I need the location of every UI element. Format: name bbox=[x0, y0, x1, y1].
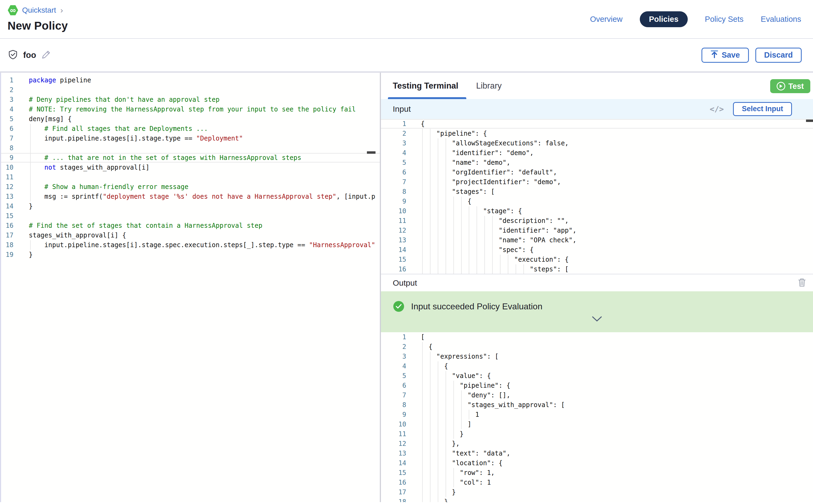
code-line[interactable]: 5 "value": { bbox=[381, 371, 813, 381]
code-line[interactable]: 7 "projectIdentifier": "demo", bbox=[381, 177, 813, 187]
code-line[interactable]: 3 "expressions": [ bbox=[381, 352, 813, 361]
nav-tab-policies[interactable]: Policies bbox=[640, 11, 688, 27]
line-number: 6 bbox=[1, 124, 13, 134]
indent-guide bbox=[461, 197, 462, 206]
code-line[interactable]: 18 input.pipeline.stages[i].stage.spec.e… bbox=[1, 240, 380, 250]
code-line[interactable]: 9 1 bbox=[381, 410, 813, 419]
breadcrumb: ∞ Quickstart › bbox=[8, 5, 68, 16]
input-editor[interactable]: 1{2 "pipeline": {3 "allowStageExecutions… bbox=[381, 119, 813, 274]
code-line[interactable]: 1{ bbox=[381, 119, 813, 129]
nav-tab-evaluations[interactable]: Evaluations bbox=[761, 15, 801, 24]
policy-code-editor[interactable]: 1package pipeline23# Deny pipelines that… bbox=[0, 73, 380, 502]
code-line[interactable]: 1[ bbox=[381, 332, 813, 342]
indent-guide bbox=[454, 264, 454, 274]
output-section-header: Output bbox=[381, 274, 813, 292]
line-number: 3 bbox=[381, 352, 406, 361]
indent-guide bbox=[454, 226, 454, 235]
code-line[interactable]: 9 # ... that are not in the set of stage… bbox=[1, 153, 380, 163]
code-line[interactable]: 15 "execution": { bbox=[381, 255, 813, 264]
code-line[interactable]: 11 } bbox=[381, 429, 813, 439]
code-line-text: "stages_with_approval": [ bbox=[421, 400, 565, 410]
indent-guide bbox=[438, 381, 438, 390]
code-line-text: "deny": [], bbox=[421, 390, 510, 400]
indent-guide bbox=[422, 264, 423, 274]
code-line[interactable]: 15 "row": 1, bbox=[381, 468, 813, 478]
code-line[interactable]: 4 "identifier": "demo", bbox=[381, 148, 813, 158]
code-line[interactable]: 2 { bbox=[381, 342, 813, 352]
line-number: 7 bbox=[381, 177, 406, 187]
code-line[interactable]: 14 "spec": { bbox=[381, 245, 813, 255]
indent-guide bbox=[430, 381, 431, 390]
indent-guide bbox=[422, 197, 423, 206]
code-line[interactable]: 17 } bbox=[381, 487, 813, 497]
code-line[interactable]: 14} bbox=[1, 201, 380, 211]
code-line[interactable]: 3 "allowStageExecutions": false, bbox=[381, 138, 813, 148]
trash-icon[interactable] bbox=[798, 278, 806, 288]
code-line[interactable]: 16 "col": 1 bbox=[381, 478, 813, 487]
nav-tab-overview[interactable]: Overview bbox=[590, 15, 623, 24]
code-line[interactable]: 15 bbox=[1, 211, 380, 221]
code-line[interactable]: 2 "pipeline": { bbox=[381, 129, 813, 138]
code-line[interactable]: 8 "stages": [ bbox=[381, 187, 813, 197]
code-line[interactable]: 6 "orgIdentifier": "default", bbox=[381, 167, 813, 177]
code-line[interactable]: 12 # Show a human-friendly error message bbox=[1, 182, 380, 192]
tab-library[interactable]: Library bbox=[476, 73, 502, 99]
code-line[interactable]: 12 }, bbox=[381, 439, 813, 449]
breadcrumb-project-link[interactable]: Quickstart bbox=[22, 6, 56, 15]
code-line[interactable]: 6 # Find all stages that are Deployments… bbox=[1, 124, 380, 134]
code-line[interactable]: 19} bbox=[1, 250, 380, 260]
code-line[interactable]: 16 "steps": [ bbox=[381, 264, 813, 274]
code-line[interactable]: 13 "text": "data", bbox=[381, 449, 813, 458]
code-line[interactable]: 5 "name": "demo", bbox=[381, 158, 813, 167]
indent-guide bbox=[430, 206, 431, 216]
indent-guide bbox=[446, 487, 446, 497]
code-line[interactable]: 10 not stages_with_approval[i] bbox=[1, 163, 380, 172]
output-editor[interactable]: 1[2 {3 "expressions": [4 {5 "value": {6 … bbox=[381, 332, 813, 502]
indent-guide bbox=[500, 264, 501, 274]
code-line[interactable]: 14 "location": { bbox=[381, 458, 813, 468]
code-line[interactable]: 13 msg := sprintf("deployment stage '%s'… bbox=[1, 192, 380, 201]
indent-guide bbox=[438, 148, 438, 158]
code-line[interactable]: 4# NOTE: Try removing the HarnessApprova… bbox=[1, 104, 380, 114]
code-line[interactable]: 6 "pipeline": { bbox=[381, 381, 813, 390]
code-line[interactable]: 7 input.pipeline.stages[i].stage.type ==… bbox=[1, 134, 380, 143]
discard-button[interactable]: Discard bbox=[755, 48, 802, 63]
code-line[interactable]: 3# Deny pipelines that don't have an app… bbox=[1, 95, 380, 104]
tab-testing-terminal[interactable]: Testing Terminal bbox=[393, 73, 458, 99]
code-line[interactable]: 16# Find the set of stages that contain … bbox=[1, 221, 380, 230]
code-line[interactable]: 11 bbox=[1, 172, 380, 182]
code-line[interactable]: 10 ] bbox=[381, 419, 813, 429]
code-line[interactable]: 10 "stage": { bbox=[381, 206, 813, 216]
code-line[interactable]: 4 { bbox=[381, 361, 813, 371]
code-line[interactable]: 18 } bbox=[381, 497, 813, 502]
chevron-down-icon[interactable] bbox=[592, 316, 602, 323]
test-button[interactable]: Test bbox=[770, 79, 810, 93]
line-number: 7 bbox=[381, 390, 406, 400]
code-line[interactable]: 17stages_with_approval[i] { bbox=[1, 230, 380, 240]
indent-guide bbox=[469, 226, 469, 235]
line-number: 1 bbox=[381, 119, 406, 129]
code-line[interactable]: 9 { bbox=[381, 197, 813, 206]
code-line[interactable]: 11 "description": "", bbox=[381, 216, 813, 226]
code-icon[interactable]: </> bbox=[710, 104, 724, 114]
code-line[interactable]: 7 "deny": [], bbox=[381, 390, 813, 400]
code-line[interactable]: 5deny[msg] { bbox=[1, 114, 380, 124]
line-number: 8 bbox=[1, 143, 13, 153]
code-line[interactable]: 8 bbox=[1, 143, 380, 153]
code-line[interactable]: 8 "stages_with_approval": [ bbox=[381, 400, 813, 410]
indent-guide bbox=[438, 187, 438, 197]
indent-guide bbox=[30, 240, 31, 250]
indent-guide bbox=[422, 468, 423, 478]
code-line[interactable]: 1package pipeline bbox=[1, 75, 380, 85]
code-line[interactable]: 13 "name": "OPA check", bbox=[381, 235, 813, 245]
code-line-text: "description": "", bbox=[421, 216, 569, 226]
code-line[interactable]: 12 "identifier": "app", bbox=[381, 226, 813, 235]
nav-tab-policy-sets[interactable]: Policy Sets bbox=[705, 15, 744, 24]
code-line[interactable]: 2 bbox=[1, 85, 380, 95]
code-line-text: "identifier": "app", bbox=[421, 226, 577, 235]
indent-guide bbox=[446, 158, 446, 167]
save-button[interactable]: Save bbox=[702, 48, 749, 63]
edit-pencil-icon[interactable] bbox=[41, 50, 51, 60]
code-line-text: [ bbox=[421, 332, 425, 342]
select-input-button[interactable]: Select Input bbox=[733, 102, 792, 116]
